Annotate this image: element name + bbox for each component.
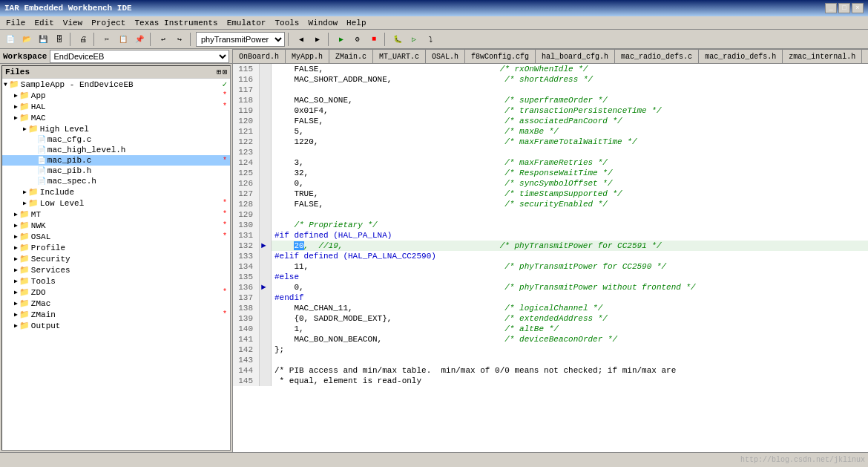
go-forward-icon[interactable]: ▶ xyxy=(310,32,325,47)
menu-item-view[interactable]: View xyxy=(59,17,87,29)
code-line-141: 141 MAC_BO_NON_BEACON, /* deviceBeaconOr… xyxy=(233,334,868,344)
tree-item-11[interactable]: ▶📁MT* xyxy=(2,209,230,220)
save-icon[interactable]: 💾 xyxy=(36,32,50,47)
close-button[interactable]: × xyxy=(852,3,864,13)
save-all-icon[interactable]: 🗄 xyxy=(52,32,67,47)
go-back-icon[interactable]: ◀ xyxy=(294,32,309,47)
line-num-124: 124 xyxy=(233,157,260,168)
line-num-130: 130 xyxy=(233,220,260,230)
tree-item-9[interactable]: ▶📁Include xyxy=(2,186,230,197)
tree-item-17[interactable]: ▶📁Tools xyxy=(2,275,230,287)
line-num-121: 121 xyxy=(233,126,260,137)
line-num-125: 125 xyxy=(233,168,260,178)
copy-icon[interactable]: 📋 xyxy=(116,32,131,47)
new-file-icon[interactable]: 📄 xyxy=(3,32,18,47)
tree-item-3[interactable]: ▶📁High Level xyxy=(2,123,230,134)
code-content[interactable]: 115 FALSE, /* rxOnWhenIdle */116 MAC_SHO… xyxy=(233,64,868,452)
redo-icon[interactable]: ↪ xyxy=(172,32,187,47)
tab-mac_radio_defs-c[interactable]: mac_radio_defs.c xyxy=(615,49,699,63)
item-label-18: ZDO xyxy=(31,288,46,297)
tree-item-14[interactable]: ▶📁Profile xyxy=(2,242,230,253)
open-icon[interactable]: 📂 xyxy=(19,32,34,47)
line-code-118: MAC_SO_NONE, /* superframeOrder */ xyxy=(272,95,868,105)
menu-item-tools[interactable]: Tools xyxy=(270,17,303,29)
tree-item-18[interactable]: ▶📁ZDO* xyxy=(2,287,230,298)
maximize-button[interactable]: □ xyxy=(838,3,850,13)
tree-item-0[interactable]: ▶📁App* xyxy=(2,90,230,101)
tab-MT_UART-c[interactable]: MT_UART.c xyxy=(373,49,426,63)
line-code-143 xyxy=(272,355,868,365)
item-label-19: ZMac xyxy=(31,299,50,308)
code-line-144: 144/* PIB access and min/max table. min/… xyxy=(233,365,868,376)
workspace-dropdown[interactable]: EndDeviceEB xyxy=(50,50,229,63)
build-all-icon[interactable]: ⚙ xyxy=(350,32,365,47)
tab-hal_board_cfg-h[interactable]: hal_board_cfg.h xyxy=(536,49,615,63)
file-icon-6: 📄 xyxy=(37,156,46,165)
tree-item-6[interactable]: ▶📄mac_pib.c* xyxy=(2,155,230,166)
menu-item-project[interactable]: Project xyxy=(87,17,130,29)
tree-item-16[interactable]: ▶📁Services xyxy=(2,264,230,275)
run-icon[interactable]: ▷ xyxy=(407,32,421,47)
tree-icon-1[interactable]: ⊞ xyxy=(217,68,221,76)
menu-item-window[interactable]: Window xyxy=(303,17,342,29)
tree-item-1[interactable]: ▶📁HAL* xyxy=(2,101,230,112)
stop-build-icon[interactable]: ■ xyxy=(366,32,381,47)
tree-item-2[interactable]: ▶📁MAC xyxy=(2,112,230,123)
root-label: SampleApp - EndDeviceEB xyxy=(21,80,134,89)
line-num-123: 123 xyxy=(233,147,260,157)
triangle-20: ▶ xyxy=(14,311,18,318)
tree-item-10[interactable]: ▶📁Low Level* xyxy=(2,197,230,209)
symbol-dropdown[interactable]: phyTransmitPower xyxy=(196,32,285,47)
menu-item-help[interactable]: Help xyxy=(342,17,370,29)
item-label-12: NWK xyxy=(31,221,46,230)
build-icon[interactable]: ▶ xyxy=(334,32,349,47)
line-marker-118 xyxy=(260,95,272,105)
folder-icon-9: 📁 xyxy=(28,187,39,197)
tab-zmac_internal-h[interactable]: zmac_internal.h xyxy=(783,49,862,63)
debug-icon[interactable]: 🐛 xyxy=(390,32,405,47)
folder-icon-14: 📁 xyxy=(19,243,30,252)
undo-icon[interactable]: ↩ xyxy=(156,32,171,47)
menu-item-emulator[interactable]: Emulator xyxy=(223,17,271,29)
toolbar: 📄 📂 💾 🗄 🖨 ✂ 📋 📌 ↩ ↪ phyTransmitPower ◀ ▶… xyxy=(0,30,868,49)
tab-mac_radio_defs-h[interactable]: mac_radio_defs.h xyxy=(699,49,783,63)
tab-OnBoard-h[interactable]: OnBoard.h xyxy=(233,49,286,63)
tree-item-13[interactable]: ▶📁OSAL* xyxy=(2,231,230,242)
file-icon-5: 📄 xyxy=(37,146,46,154)
tree-item-15[interactable]: ▶📁Security xyxy=(2,253,230,264)
menu-item-edit[interactable]: Edit xyxy=(30,17,58,29)
window-controls[interactable]: _ □ × xyxy=(825,3,864,13)
tree-item-20[interactable]: ▶📁ZMain* xyxy=(2,309,230,320)
line-code-128: FALSE, /* securityEnabled */ xyxy=(272,199,868,209)
tree-item-21[interactable]: ▶📁Output xyxy=(2,320,230,331)
tree-item-12[interactable]: ▶📁NWK* xyxy=(2,220,230,231)
tree-item-8[interactable]: ▶📄mac_spec.h xyxy=(2,176,230,186)
step-over-icon[interactable]: ⤵ xyxy=(423,32,438,47)
code-line-119: 119 0x01F4, /* transactionPersistenceTim… xyxy=(233,105,868,116)
status-bar: http://blog.csdn.net/jklinux xyxy=(0,452,868,467)
menu-item-texas instruments[interactable]: Texas Instruments xyxy=(130,17,222,29)
tree-item-7[interactable]: ▶📄mac_pib.h xyxy=(2,166,230,176)
cut-icon[interactable]: ✂ xyxy=(99,32,114,47)
line-code-141: MAC_BO_NON_BEACON, /* deviceBeaconOrder … xyxy=(272,334,868,344)
tab-OSAL-h[interactable]: OSAL.h xyxy=(426,49,465,63)
line-num-142: 142 xyxy=(233,344,260,355)
tab-mac_pib-h[interactable]: mac_pib.h xyxy=(862,49,868,63)
minimize-button[interactable]: _ xyxy=(825,3,837,13)
tree-item-5[interactable]: ▶📄mac_high_level.h xyxy=(2,145,230,155)
print-icon[interactable]: 🖨 xyxy=(76,32,91,47)
menu-item-file[interactable]: File xyxy=(1,17,30,29)
tab-f8wConfig-cfg[interactable]: f8wConfig.cfg xyxy=(465,49,536,63)
app-title: IAR Embedded Workbench IDE xyxy=(4,4,132,13)
tab-ZMain-c[interactable]: ZMain.c xyxy=(329,49,373,63)
tree-icon-2[interactable]: ⊠ xyxy=(223,68,227,76)
tab-MyApp-h[interactable]: MyApp.h xyxy=(286,49,329,63)
triangle-9: ▶ xyxy=(23,189,27,195)
paste-icon[interactable]: 📌 xyxy=(132,32,147,47)
triangle-17: ▶ xyxy=(14,278,18,284)
tree-item-19[interactable]: ▶📁ZMac xyxy=(2,298,230,309)
tree-icons: ⊞ ⊠ xyxy=(217,68,227,76)
tree-item-4[interactable]: ▶📄mac_cfg.c xyxy=(2,134,230,145)
tree-root[interactable]: ▼📁SampleApp - EndDeviceEB✓ xyxy=(2,79,230,90)
line-code-132: 20, //19, /* phyTransmitPower for CC2591… xyxy=(272,241,868,251)
